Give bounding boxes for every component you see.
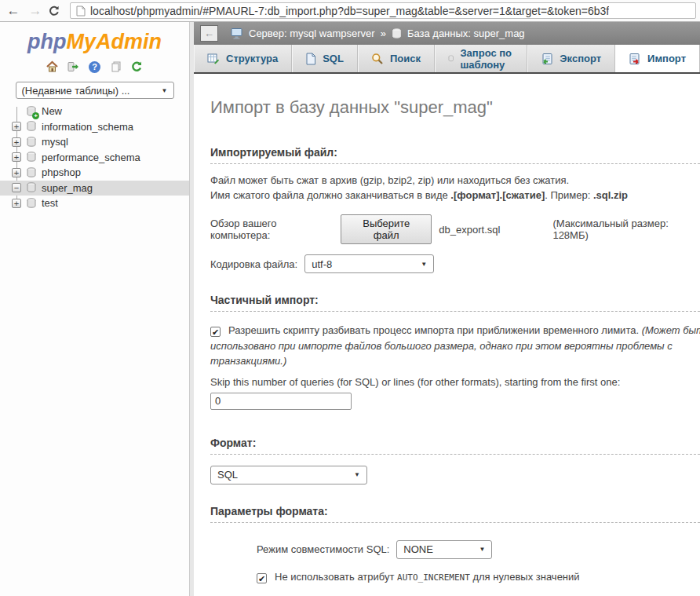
charset-row: Кодировка файла: utf-8 ▼ bbox=[210, 254, 700, 273]
allow-interrupt-checkbox[interactable]: ✔ bbox=[210, 327, 221, 337]
choose-file-button[interactable]: Выберите файл bbox=[341, 214, 432, 244]
chevron-down-icon: ▼ bbox=[479, 546, 485, 553]
breadcrumb-server-link[interactable]: Сервер: mysql wampserver bbox=[249, 27, 375, 39]
tab-search[interactable]: Поиск bbox=[358, 45, 435, 72]
browse-label: Обзор вашего компьютера: bbox=[210, 218, 334, 241]
browser-refresh-button[interactable] bbox=[48, 5, 67, 17]
tree-item-label: test bbox=[42, 197, 58, 209]
help-icon: ? bbox=[89, 61, 100, 73]
auto-increment-checkbox[interactable]: ✔ bbox=[257, 573, 267, 583]
home-icon bbox=[46, 60, 59, 73]
auto-increment-code: AUTO_INCREMENT bbox=[397, 572, 470, 583]
home-button[interactable] bbox=[46, 60, 59, 74]
tab-label: Запрос по шаблону bbox=[460, 47, 513, 71]
chevron-down-icon: ▼ bbox=[354, 471, 360, 478]
tab-label: SQL bbox=[323, 53, 344, 64]
file-hint-line2: Имя сжатого файла должно заканчиваться в… bbox=[210, 188, 700, 202]
plus-badge-icon: + bbox=[32, 112, 39, 119]
max-upload-size: (Максимальный размер: 128МБ) bbox=[552, 218, 700, 241]
refresh-icon bbox=[48, 5, 60, 17]
reload-navigation-button[interactable] bbox=[130, 60, 144, 74]
sidebar: phpMyAdmin ? bbox=[0, 22, 189, 596]
tab-label: Экспорт bbox=[560, 53, 601, 64]
sidebar-icon-row: ? bbox=[0, 60, 189, 74]
database-icon bbox=[26, 198, 37, 209]
tree-item-information-schema[interactable]: + information_schema bbox=[0, 119, 189, 135]
breadcrumb-separator: » bbox=[381, 27, 386, 39]
hint-format-pattern: .[формат].[сжатие] bbox=[450, 189, 545, 201]
page-title: Импорт в базу данных "super_mag" bbox=[210, 97, 700, 118]
browser-forward-button[interactable]: → bbox=[26, 3, 45, 19]
charset-select[interactable]: utf-8 ▼ bbox=[304, 254, 434, 273]
tab-export[interactable]: Экспорт bbox=[527, 45, 615, 72]
skip-queries-label: Skip this number of queries (for SQL) or… bbox=[210, 376, 700, 388]
tree-item-new-database[interactable]: + New bbox=[0, 104, 189, 119]
database-tree: + New + information_schema + mysql + bbox=[0, 104, 189, 211]
skip-queries-input[interactable] bbox=[210, 393, 352, 410]
auto-increment-label-prefix: Не использовать атрибут bbox=[275, 571, 397, 583]
browser-back-button[interactable]: ← bbox=[4, 3, 23, 19]
format-select[interactable]: SQL ▼ bbox=[210, 466, 367, 484]
tree-expander[interactable]: + bbox=[12, 137, 21, 147]
page-icon bbox=[76, 5, 86, 16]
database-icon bbox=[26, 152, 37, 163]
tab-bar: Структура SQL Поиск bbox=[194, 45, 700, 74]
tree-item-mysql[interactable]: + mysql bbox=[0, 134, 189, 150]
sql-compat-value: NONE bbox=[403, 543, 433, 555]
tab-query-by-example[interactable]: Запрос по шаблону bbox=[435, 45, 527, 72]
recent-tables-label: (Недавние таблицы) ... bbox=[22, 85, 130, 97]
query-window-button[interactable] bbox=[109, 60, 122, 74]
auto-increment-label-suffix: для нулевых значений bbox=[470, 571, 580, 583]
tree-expander[interactable]: − bbox=[12, 183, 21, 192]
section-heading-partial: Частичный импорт: bbox=[210, 294, 700, 312]
main-panel: ← Сервер: mysql wampserver » База данных… bbox=[194, 22, 700, 596]
tree-item-super-mag[interactable]: − super_mag bbox=[0, 181, 189, 196]
tree-expander[interactable]: + bbox=[12, 199, 21, 208]
tree-item-performance-schema[interactable]: + performance_schema bbox=[0, 150, 189, 166]
database-new-icon: + bbox=[26, 106, 37, 117]
chevron-down-icon: ▼ bbox=[421, 261, 427, 268]
section-heading-format: Формат: bbox=[210, 437, 700, 455]
tab-sql[interactable]: SQL bbox=[292, 45, 358, 72]
logout-button[interactable] bbox=[67, 60, 80, 74]
tree-expander[interactable]: + bbox=[12, 122, 21, 131]
help-button[interactable]: ? bbox=[88, 60, 101, 74]
phpmyadmin-logo[interactable]: phpMyAdmin bbox=[0, 30, 189, 54]
charset-value: utf-8 bbox=[312, 258, 332, 270]
tree-item-phpshop[interactable]: + phpshop bbox=[0, 165, 189, 181]
database-icon bbox=[26, 121, 37, 132]
import-icon bbox=[629, 53, 641, 65]
tree-item-test[interactable]: + test bbox=[0, 196, 189, 211]
hint-example: .sql.zip bbox=[593, 189, 628, 201]
hide-sidebar-button[interactable]: ← bbox=[200, 25, 218, 42]
address-bar[interactable]: localhost/phpmyadmin/#PMAURL-7:db_import… bbox=[70, 2, 696, 19]
database-icon bbox=[26, 137, 37, 148]
query-icon bbox=[448, 53, 454, 64]
tree-expander[interactable]: + bbox=[12, 152, 21, 162]
breadcrumb: ← Сервер: mysql wampserver » База данных… bbox=[194, 22, 700, 45]
tab-label: Структура bbox=[226, 53, 278, 64]
tree-expander[interactable]: + bbox=[12, 168, 21, 177]
sql-compat-select[interactable]: NONE ▼ bbox=[396, 540, 492, 559]
tab-structure[interactable]: Структура bbox=[194, 45, 292, 72]
allow-interrupt-label: Разрешить скрипту разбивать процесс импо… bbox=[228, 324, 642, 336]
recent-tables-select[interactable]: (Недавние таблицы) ... ▼ bbox=[16, 82, 174, 99]
import-page: Импорт в базу данных "super_mag" Импорти… bbox=[194, 74, 700, 596]
browser-toolbar: ← → localhost/phpmyadmin/#PMAURL-7:db_im… bbox=[0, 0, 700, 22]
section-heading-file: Импортируемый файл: bbox=[210, 146, 700, 164]
sql-file-icon bbox=[305, 53, 316, 65]
sql-compat-label: Режим совместимости SQL: bbox=[257, 543, 389, 555]
search-icon bbox=[371, 53, 384, 65]
format-value: SQL bbox=[217, 469, 238, 481]
logo-myadmin-text: MyAdmin bbox=[66, 30, 162, 53]
hint-prefix: Имя сжатого файла должно заканчиваться в… bbox=[210, 189, 450, 201]
charset-label: Кодировка файла: bbox=[210, 258, 297, 270]
tab-label: Поиск bbox=[390, 53, 421, 64]
tree-item-label: phpshop bbox=[42, 166, 81, 178]
tree-item-label: information_schema bbox=[42, 121, 133, 133]
logo-php-text: php bbox=[27, 30, 66, 53]
chevron-down-icon: ▼ bbox=[162, 87, 168, 94]
tab-import[interactable]: Импорт bbox=[615, 45, 700, 72]
breadcrumb-database-link[interactable]: База данных: super_mag bbox=[407, 27, 525, 39]
file-hint-line1: Файл может быть сжат в архив (gzip, bzip… bbox=[210, 174, 700, 187]
